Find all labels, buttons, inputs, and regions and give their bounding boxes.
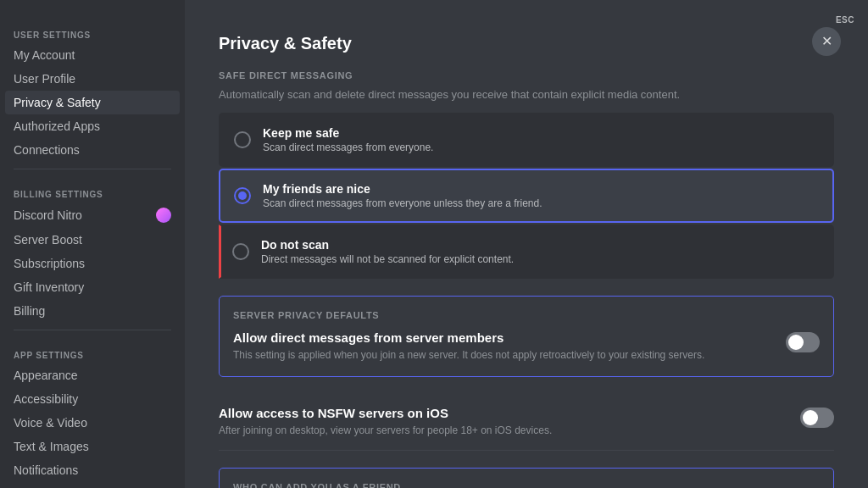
server-privacy-toggle[interactable] — [786, 332, 820, 352]
sidebar-item-label: Server Boost — [14, 233, 82, 247]
safe-dm-label: Safe Direct Messaging — [219, 70, 834, 80]
main-content: ✕ ESC Privacy & Safety Safe Direct Messa… — [185, 0, 868, 488]
toggle-knob — [788, 335, 804, 350]
nsfw-row: Allow access to NSFW servers on iOS Afte… — [219, 394, 834, 451]
sidebar-item-label: Connections — [14, 143, 80, 157]
close-button[interactable]: ✕ — [812, 27, 841, 56]
nsfw-toggle-knob — [803, 410, 818, 425]
sidebar-item-label: Voice & Video — [14, 416, 87, 430]
sidebar-item-voice-video[interactable]: Voice & Video — [5, 411, 180, 435]
safe-dm-desc: Automatically scan and delete direct mes… — [219, 87, 834, 103]
radio-inner-friends-nice — [238, 191, 247, 200]
radio-outer-keep-safe — [234, 131, 251, 148]
sidebar-item-server-boost[interactable]: Server Boost — [5, 228, 180, 252]
sidebar-divider-2 — [14, 330, 171, 330]
sidebar-item-label: Text & Images — [14, 440, 89, 453]
sidebar-item-appearance[interactable]: Appearance — [5, 363, 180, 387]
sidebar-item-discord-nitro[interactable]: Discord Nitro — [5, 202, 180, 228]
radio-desc-friends-nice: Scan direct messages from everyone unles… — [263, 197, 542, 209]
radio-friends-nice[interactable]: My friends are nice Scan direct messages… — [219, 169, 834, 223]
sidebar-item-user-profile[interactable]: User Profile — [5, 67, 180, 91]
sidebar-item-label: Gift Inventory — [14, 280, 84, 294]
sidebar-item-text-images[interactable]: Text & Images — [5, 435, 180, 458]
close-area: ✕ ESC — [836, 14, 854, 25]
server-privacy-text: Allow direct messages from server member… — [233, 330, 704, 363]
sidebar-divider-1 — [14, 169, 171, 169]
sidebar-item-label: Discord Nitro — [14, 208, 82, 222]
radio-desc-keep-safe: Scan direct messages from everyone. — [263, 141, 433, 153]
server-privacy-desc: This setting is applied when you join a … — [233, 348, 704, 363]
nsfw-text: Allow access to NSFW servers on iOS Afte… — [219, 406, 552, 438]
sidebar-item-notifications[interactable]: Notifications — [5, 458, 180, 482]
nsfw-title: Allow access to NSFW servers on iOS — [219, 406, 552, 420]
billing-settings-label: Billing Settings — [5, 176, 180, 202]
who-can-add-label: Who Can Add You As A Friend — [233, 482, 820, 488]
radio-keep-safe[interactable]: Keep me safe Scan direct messages from e… — [219, 113, 834, 167]
server-privacy-title: Allow direct messages from server member… — [233, 330, 704, 345]
radio-outer-do-not-scan — [232, 243, 249, 260]
radio-title-friends-nice: My friends are nice — [263, 182, 542, 196]
sidebar-item-connections[interactable]: Connections — [5, 138, 180, 162]
sidebar-item-label: Accessibility — [14, 392, 78, 406]
sidebar-item-label: My Account — [14, 48, 75, 62]
radio-title-do-not-scan: Do not scan — [261, 238, 514, 252]
sidebar-item-label: Privacy & Safety — [14, 96, 101, 109]
nsfw-toggle-row: Allow access to NSFW servers on iOS Afte… — [219, 406, 834, 438]
sidebar-item-billing[interactable]: Billing — [5, 299, 180, 323]
sidebar-item-keybinds[interactable]: Keybinds — [5, 482, 180, 488]
nsfw-desc: After joining on desktop, view your serv… — [219, 424, 552, 438]
sidebar-item-gift-inventory[interactable]: Gift Inventory — [5, 275, 180, 299]
sidebar-item-label: Notifications — [14, 463, 78, 477]
nitro-icon — [156, 208, 171, 223]
sidebar-item-label: Billing — [14, 304, 45, 318]
sidebar-item-my-account[interactable]: My Account — [5, 43, 180, 67]
sidebar-item-subscriptions[interactable]: Subscriptions — [5, 252, 180, 275]
radio-text-keep-safe: Keep me safe Scan direct messages from e… — [263, 126, 433, 153]
sidebar-item-accessibility[interactable]: Accessibility — [5, 387, 180, 411]
sidebar-item-label: Subscriptions — [14, 257, 85, 270]
server-privacy-box: Server Privacy Defaults Allow direct mes… — [219, 296, 834, 377]
user-settings-label: User Settings — [5, 17, 180, 43]
sidebar-item-label: Appearance — [14, 369, 78, 382]
radio-desc-do-not-scan: Direct messages will not be scanned for … — [261, 253, 514, 265]
radio-text-friends-nice: My friends are nice Scan direct messages… — [263, 182, 542, 209]
sidebar-item-privacy-safety[interactable]: Privacy & Safety — [5, 91, 180, 114]
radio-outer-friends-nice — [234, 187, 251, 204]
radio-text-do-not-scan: Do not scan Direct messages will not be … — [261, 238, 514, 265]
app-settings-label: App Settings — [5, 337, 180, 363]
server-privacy-label: Server Privacy Defaults — [233, 310, 820, 320]
sidebar-item-label: Authorized Apps — [14, 119, 100, 133]
friend-box: Who Can Add You As A Friend Everyone Fri… — [219, 468, 834, 488]
page-title: Privacy & Safety — [219, 34, 834, 53]
nsfw-toggle[interactable] — [800, 408, 834, 428]
close-icon: ✕ — [821, 35, 832, 48]
sidebar-item-label: User Profile — [14, 72, 75, 86]
server-privacy-toggle-row: Allow direct messages from server member… — [233, 330, 820, 363]
sidebar: User Settings My Account User Profile Pr… — [0, 0, 185, 488]
esc-label: ESC — [836, 15, 854, 25]
sidebar-item-authorized-apps[interactable]: Authorized Apps — [5, 114, 180, 138]
radio-do-not-scan[interactable]: Do not scan Direct messages will not be … — [219, 225, 834, 279]
radio-title-keep-safe: Keep me safe — [263, 126, 433, 140]
